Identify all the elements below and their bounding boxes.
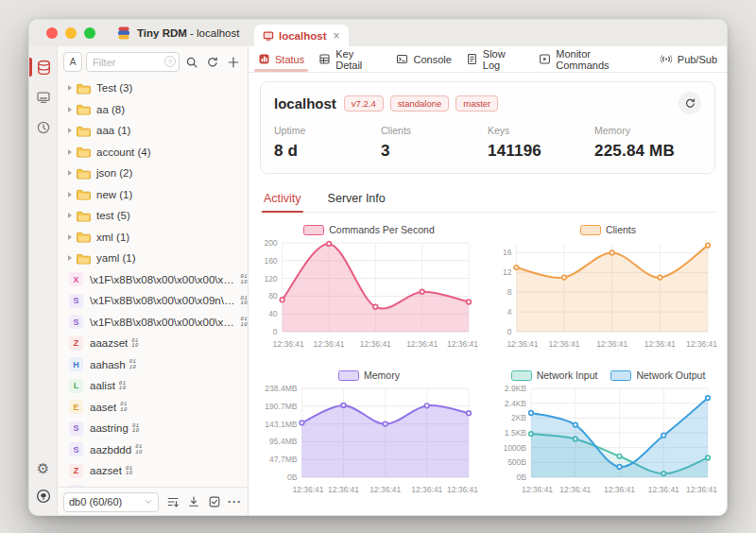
- expand-caret-icon[interactable]: [68, 192, 72, 198]
- svg-text:0B: 0B: [517, 473, 527, 482]
- tree-key-row[interactable]: H aahash 0110: [58, 354, 248, 376]
- toolbar-tab-status[interactable]: Status: [258, 46, 304, 72]
- close-window-button[interactable]: [46, 27, 58, 39]
- toolbar-tab-pub-sub[interactable]: Pub/Sub: [660, 46, 717, 72]
- svg-text:12:36:41: 12:36:41: [360, 339, 391, 349]
- binary-icon: 0110: [132, 423, 140, 434]
- flatten-list-button[interactable]: [165, 492, 180, 512]
- more-button[interactable]: ···: [228, 492, 242, 512]
- legend-item[interactable]: Network Input: [511, 370, 598, 381]
- toolbar-tab-monitor-commands[interactable]: Monitor Commands: [539, 46, 645, 72]
- toolbar-tab-console[interactable]: Console: [396, 46, 451, 72]
- close-tab-icon[interactable]: ×: [333, 30, 339, 42]
- stat-label: Memory: [594, 125, 701, 136]
- zoom-window-button[interactable]: [84, 27, 95, 39]
- tree-folder-row[interactable]: json (2): [58, 163, 248, 184]
- binary-icon: 0110: [129, 359, 137, 370]
- binary-icon: 0110: [240, 317, 248, 327]
- window-controls: [46, 27, 95, 39]
- activity-tab-activity[interactable]: Activity: [262, 186, 303, 212]
- match-case-button[interactable]: A: [63, 52, 82, 72]
- tree-folder-row[interactable]: yaml (1): [58, 248, 248, 269]
- main-toolbar: Status Key Detail Console Slow Log Monit…: [249, 46, 727, 73]
- svg-text:12:36:41: 12:36:41: [273, 339, 304, 349]
- binary-icon: 0110: [120, 402, 128, 412]
- rail-top: [29, 54, 57, 145]
- key-name: \x1F\x8B\x08\x00\x00\x00\x00\x0...: [90, 317, 236, 328]
- expand-caret-icon[interactable]: [68, 85, 72, 91]
- key-type-badge: S: [69, 315, 83, 329]
- tree-folder-row[interactable]: aa (8): [58, 99, 248, 121]
- binary-icon: 0110: [240, 274, 248, 284]
- expand-caret-icon[interactable]: [68, 255, 72, 261]
- connection-tab-icon: [263, 30, 274, 42]
- key-type-badge: S: [69, 442, 83, 456]
- svg-text:12:36:41: 12:36:41: [447, 485, 478, 494]
- filter-hint-icon[interactable]: ?: [164, 56, 176, 67]
- expand-caret-icon[interactable]: [68, 213, 72, 218]
- svg-text:40: 40: [268, 309, 278, 318]
- svg-text:2.4KB: 2.4KB: [505, 399, 526, 408]
- chart-legend: Commands Per Second: [260, 222, 478, 237]
- reload-keys-button[interactable]: [204, 52, 221, 72]
- key-type-badge: H: [69, 357, 83, 371]
- server-badge: master: [455, 95, 498, 112]
- tree-folder-row[interactable]: Test (3): [58, 77, 248, 99]
- rail-item-history[interactable]: [29, 114, 58, 141]
- legend-swatch: [303, 225, 324, 235]
- legend-item[interactable]: Network Output: [610, 370, 705, 381]
- add-key-button[interactable]: [225, 52, 242, 72]
- tree-key-row[interactable]: Z aazset 0110: [58, 460, 248, 482]
- monitor-icon: [36, 90, 51, 105]
- server-name: localhost: [274, 95, 336, 112]
- window-content: ⚙ A ? Test (3) aa (8) aaa (1): [29, 46, 727, 516]
- tree-key-row[interactable]: Z aaazset 0110: [58, 333, 248, 354]
- binary-icon: 0110: [135, 444, 143, 455]
- folder-icon: [77, 231, 91, 243]
- rail-item-server[interactable]: [29, 84, 58, 111]
- folder-label: json (2): [96, 167, 132, 179]
- legend-label: Commands Per Second: [329, 224, 434, 235]
- tree-folder-row[interactable]: test (5): [58, 205, 248, 227]
- server-status-header: localhost v7.2.4standalonemaster: [274, 92, 701, 114]
- tree-folder-row[interactable]: account (4): [58, 142, 248, 163]
- toolbar-tab-slow-log[interactable]: Slow Log: [466, 46, 524, 72]
- expand-caret-icon[interactable]: [68, 128, 72, 133]
- refresh-status-button[interactable]: [679, 92, 701, 114]
- tree-key-row[interactable]: S \x1F\x8B\x08\x00\x00\x09n\x8... 0110: [58, 290, 248, 312]
- rail-item-github[interactable]: [29, 486, 58, 507]
- toolbar-tab-label: Monitor Commands: [556, 48, 645, 71]
- key-tree: Test (3) aa (8) aaa (1) account (4) json…: [58, 76, 248, 487]
- doc-icon: [466, 53, 478, 65]
- tree-key-row[interactable]: S \x1F\x8B\x08\x00\x00\x00\x00\x0... 011…: [58, 312, 248, 334]
- expand-caret-icon[interactable]: [68, 107, 72, 112]
- rail-item-settings[interactable]: ⚙: [29, 457, 58, 478]
- legend-item[interactable]: Clients: [580, 224, 636, 235]
- tree-folder-row[interactable]: xml (1): [58, 227, 248, 249]
- tree-key-row[interactable]: S aastring 0110: [58, 418, 248, 439]
- activity-tab-server-info[interactable]: Server Info: [326, 186, 387, 212]
- tree-key-row[interactable]: E aaset 0110: [58, 397, 248, 419]
- search-button[interactable]: [183, 52, 200, 72]
- toolbar-tab-key-detail[interactable]: Key Detail: [318, 46, 382, 72]
- legend-item[interactable]: Commands Per Second: [303, 224, 434, 235]
- key-name: aahash: [90, 359, 126, 370]
- expand-caret-icon[interactable]: [68, 234, 72, 240]
- import-button[interactable]: [186, 492, 200, 512]
- minimize-window-button[interactable]: [65, 27, 77, 39]
- svg-text:12:36:41: 12:36:41: [328, 485, 359, 494]
- connection-tab[interactable]: localhost ×: [254, 25, 349, 46]
- tree-folder-row[interactable]: aaa (1): [58, 120, 248, 142]
- svg-text:160: 160: [264, 256, 277, 266]
- tree-key-row[interactable]: L aalist 0110: [58, 375, 248, 397]
- expand-caret-icon[interactable]: [68, 149, 72, 155]
- tree-folder-row[interactable]: new (1): [58, 184, 248, 206]
- expand-caret-icon[interactable]: [68, 170, 72, 176]
- checkbox-mode-button[interactable]: [207, 492, 221, 512]
- db-selector[interactable]: db0 (60/60): [63, 492, 159, 512]
- tree-key-row[interactable]: X \x1F\x8B\x08\x00\x00\x00\x0... 0110: [58, 269, 248, 291]
- legend-item[interactable]: Memory: [338, 370, 400, 381]
- rail-item-browser[interactable]: [29, 54, 58, 80]
- tree-key-row[interactable]: S aazbddd 0110: [58, 439, 248, 461]
- search-icon: [185, 56, 198, 69]
